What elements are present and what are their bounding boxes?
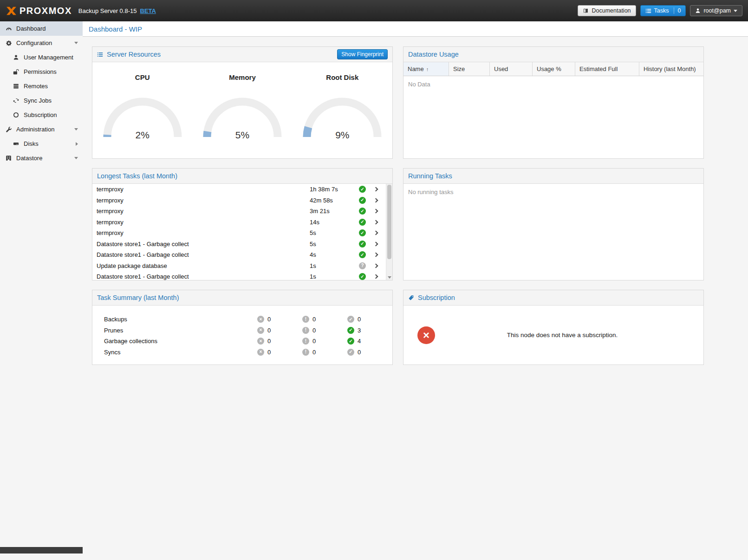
chevron-right-icon[interactable] <box>374 263 378 268</box>
column-header-used[interactable]: Used <box>490 62 533 76</box>
proxmox-x-icon <box>6 5 17 17</box>
task-summary-panel: Task Summary (last Month) Backups ×0 !0 … <box>92 290 393 365</box>
chevron-down-icon[interactable] <box>74 157 78 159</box>
sidebar-item-label: Subscription <box>24 111 57 118</box>
warning-count: 0 <box>312 349 316 356</box>
summary-label: Backups <box>104 316 257 323</box>
task-row[interactable]: Update package database 1s ? <box>92 260 392 272</box>
running-tasks-panel: Running Tasks No running tasks <box>403 168 704 280</box>
datastore-usage-header: Datastore Usage <box>403 47 703 62</box>
task-row[interactable]: termproxy 1h 38m 7s ✓ <box>92 184 392 195</box>
book-icon <box>583 8 589 14</box>
task-status-icon: ✓ <box>359 241 366 247</box>
datastore-usage-panel: Datastore Usage Name ↑ Size Used Usage %… <box>403 46 704 159</box>
cpu-gauge: CPU 2% <box>98 73 187 158</box>
error-circle-icon: × <box>257 316 264 323</box>
sidebar-item-administration[interactable]: Administration <box>0 122 83 137</box>
sidebar-item-remotes[interactable]: Remotes <box>0 79 83 93</box>
running-tasks-header: Running Tasks <box>403 169 703 184</box>
task-row[interactable]: termproxy 42m 58s ✓ <box>92 195 392 206</box>
memory-gauge: Memory 5% <box>198 73 286 158</box>
sidebar-item-dashboard[interactable]: Dashboard <box>0 21 83 36</box>
sidebar-item-sync-jobs[interactable]: Sync Jobs <box>0 93 83 108</box>
ok-count: 0 <box>358 349 361 356</box>
chevron-right-icon[interactable] <box>374 187 378 192</box>
task-row[interactable]: termproxy 3m 21s ✓ <box>92 206 392 217</box>
summary-label: Syncs <box>104 349 257 356</box>
tasks-button[interactable]: Tasks 0 <box>640 5 686 16</box>
brand-text: PROXMOX <box>20 6 72 16</box>
sidebar-item-user-management[interactable]: User Management <box>0 50 83 65</box>
datastore-usage-body: Name ↑ Size Used Usage % Estimated Full … <box>403 62 703 158</box>
sidebar-item-label: User Management <box>24 54 73 61</box>
sidebar-item-permissions[interactable]: Permissions <box>0 65 83 79</box>
user-label: root@pam <box>703 7 731 14</box>
column-header-usage-pct[interactable]: Usage % <box>533 62 575 76</box>
error-circle-icon: × <box>257 349 264 356</box>
beta-link[interactable]: BETA <box>140 7 156 14</box>
sidebar-item-disks[interactable]: Disks <box>0 137 83 151</box>
chevron-right-icon[interactable] <box>374 241 378 246</box>
task-row[interactable]: Datastore store1 - Garbage collect 1s ✓ <box>92 271 392 280</box>
task-status-icon: ✓ <box>359 229 366 236</box>
chevron-down-icon[interactable] <box>74 42 78 44</box>
ticket-icon <box>408 295 414 301</box>
summary-row-syncs: Syncs ×0 !0 ✓0 <box>92 347 392 358</box>
summary-label: Prunes <box>104 327 257 334</box>
chevron-right-icon[interactable] <box>374 198 378 202</box>
scrollbar-thumb[interactable] <box>387 185 391 259</box>
sidebar-item-label: Administration <box>16 126 54 133</box>
ok-circle-icon: ✓ <box>347 327 354 334</box>
no-subscription-icon: × <box>417 326 435 344</box>
tasks-label: Tasks <box>654 7 669 14</box>
error-count: 0 <box>267 338 271 345</box>
tasks-count-badge: 0 <box>674 7 681 14</box>
task-row[interactable]: termproxy 14s ✓ <box>92 217 392 228</box>
subscription-message: This node does not have a subscription. <box>435 332 689 339</box>
panel-title: Server Resources <box>107 51 161 58</box>
vertical-scrollbar[interactable] <box>386 184 392 280</box>
chevron-right-icon[interactable] <box>374 253 378 257</box>
sidebar-item-datastore[interactable]: Datastore <box>0 151 83 165</box>
panel-title: Subscription <box>418 294 455 301</box>
chevron-right-icon[interactable] <box>374 274 378 279</box>
server-stack-icon <box>13 83 20 89</box>
task-status-icon: ✓ <box>359 186 366 193</box>
sidebar-item-label: Remotes <box>24 83 48 90</box>
gauge-value: 5% <box>201 130 284 141</box>
documentation-button[interactable]: Documentation <box>578 5 636 16</box>
chevron-down-icon[interactable] <box>74 128 78 130</box>
task-row[interactable]: Datastore store1 - Garbage collect 4s ✓ <box>92 249 392 260</box>
ok-circle-icon: ✓ <box>347 349 354 356</box>
page-title: Dashboard - WIP <box>89 25 142 33</box>
user-menu-button[interactable]: root@pam <box>690 5 742 16</box>
column-header-estimated-full[interactable]: Estimated Full <box>575 62 639 76</box>
column-header-size[interactable]: Size <box>449 62 490 76</box>
task-status-icon: ✓ <box>359 251 366 258</box>
chevron-right-icon[interactable] <box>374 220 378 224</box>
sidebar-item-configuration[interactable]: Configuration <box>0 36 83 50</box>
sidebar-item-subscription[interactable]: Subscription <box>0 108 83 122</box>
gauge-label: CPU <box>98 73 187 81</box>
task-list-icon <box>645 8 651 14</box>
show-fingerprint-button[interactable]: Show Fingerprint <box>337 49 388 59</box>
sort-asc-icon: ↑ <box>426 66 429 72</box>
sidebar-item-label: Permissions <box>24 68 57 75</box>
column-header-name[interactable]: Name ↑ <box>403 62 449 76</box>
ok-circle-icon: ✓ <box>347 338 354 345</box>
warning-circle-icon: ! <box>302 316 309 323</box>
scrollbar-down-arrow[interactable] <box>388 276 391 279</box>
chevron-right-icon[interactable] <box>76 142 78 146</box>
chevron-right-icon[interactable] <box>374 231 378 235</box>
task-row[interactable]: Datastore store1 - Garbage collect 5s ✓ <box>92 239 392 250</box>
task-row[interactable]: termproxy 5s ✓ <box>92 228 392 239</box>
gauge-label: Memory <box>198 73 286 81</box>
building-icon <box>5 155 12 161</box>
root-disk-gauge: Root Disk 9% <box>298 73 386 158</box>
summary-row-garbage-collections: Garbage collections ×0 !0 ✓4 <box>92 336 392 347</box>
product-version: Backup Server 0.8-15 <box>78 7 137 14</box>
sidebar-item-label: Sync Jobs <box>24 97 52 104</box>
column-header-history[interactable]: History (last Month) <box>639 62 703 76</box>
chevron-right-icon[interactable] <box>374 209 378 214</box>
ok-count: 0 <box>358 316 361 323</box>
